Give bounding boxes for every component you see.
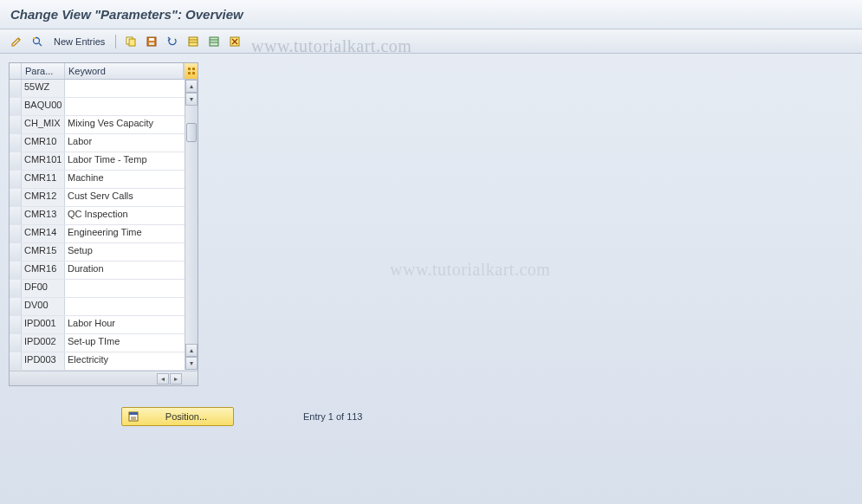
scroll-right-button[interactable]: ▸ <box>170 373 182 384</box>
entry-counter: Entry 1 of 113 <box>303 411 363 422</box>
table-row[interactable]: CMR14Engineering Time <box>10 225 198 243</box>
table-row[interactable]: CMR10Labor <box>10 134 198 152</box>
keyword-cell[interactable]: Electricity <box>65 352 198 370</box>
row-selector[interactable] <box>10 262 22 279</box>
keyword-cell[interactable]: Machine <box>65 171 198 188</box>
row-selector[interactable] <box>10 98 22 115</box>
table-row[interactable]: CMR16Duration <box>10 262 198 280</box>
keyword-cell[interactable] <box>65 80 198 97</box>
table-row[interactable]: IPD001Labor Hour <box>10 316 198 334</box>
copy-icon[interactable] <box>123 34 139 49</box>
table-row[interactable]: DF00 <box>10 280 198 298</box>
scroll-up-button-2[interactable]: ▾ <box>185 93 198 106</box>
param-cell[interactable]: CMR15 <box>22 243 65 261</box>
scroll-down-button-2[interactable]: ▴ <box>185 344 198 357</box>
vertical-scrollbar[interactable]: ▴ ▾ ▴ ▾ <box>185 80 198 370</box>
row-selector[interactable] <box>10 298 22 315</box>
param-cell[interactable]: CMR12 <box>22 189 65 206</box>
param-cell[interactable]: IPD003 <box>22 352 65 370</box>
param-cell[interactable]: DV00 <box>22 298 65 315</box>
param-cell[interactable]: BAQU00 <box>22 98 65 115</box>
header-param[interactable]: Para... <box>22 63 65 79</box>
table-body: 55WZBAQU00CH_MIXMixing Ves CapacityCMR10… <box>10 80 198 371</box>
keyword-cell[interactable]: Engineering Time <box>65 225 198 242</box>
table-row[interactable]: CMR13QC Inspection <box>10 207 198 225</box>
title-bar: Change View "Parameters": Overview <box>0 0 862 29</box>
horizontal-scrollbar[interactable]: ◂ ▸ <box>10 371 198 385</box>
new-entries-button[interactable]: New Entries <box>50 36 108 47</box>
keyword-cell[interactable] <box>65 280 198 297</box>
param-cell[interactable]: CMR14 <box>22 225 65 242</box>
row-selector[interactable] <box>10 80 22 97</box>
scroll-track[interactable] <box>185 106 198 344</box>
table-row[interactable]: CH_MIXMixing Ves Capacity <box>10 116 198 134</box>
svg-rect-19 <box>188 72 191 74</box>
table-row[interactable]: BAQU00 <box>10 98 198 116</box>
param-cell[interactable]: CH_MIX <box>22 116 65 133</box>
table-header: Para... Keyword <box>10 63 198 80</box>
row-selector[interactable] <box>10 243 22 261</box>
row-selector[interactable] <box>10 207 22 224</box>
delete-icon[interactable] <box>227 34 243 49</box>
table-row[interactable]: 55WZ <box>10 80 198 98</box>
scroll-thumb[interactable] <box>186 123 197 142</box>
keyword-cell[interactable]: Setup <box>65 243 198 261</box>
keyword-cell[interactable]: Labor <box>65 134 198 152</box>
table-row[interactable]: IPD002Set-up TIme <box>10 334 198 352</box>
change-icon[interactable] <box>9 34 24 49</box>
content-area: Para... Keyword 55WZBAQU00CH_MIXMixing V… <box>0 54 862 395</box>
param-cell[interactable]: CMR13 <box>22 207 65 224</box>
undo-icon[interactable] <box>165 34 180 49</box>
svg-rect-2 <box>33 37 36 39</box>
scroll-left-button[interactable]: ◂ <box>157 373 169 384</box>
table-row[interactable]: IPD003Electricity <box>10 352 198 371</box>
param-cell[interactable]: CMR10 <box>22 134 65 152</box>
row-selector[interactable] <box>10 134 22 152</box>
deselect-all-icon[interactable] <box>206 34 222 49</box>
row-selector[interactable] <box>10 189 22 206</box>
table-row[interactable]: CMR101Labor Time - Temp <box>10 152 198 171</box>
param-cell[interactable]: DF00 <box>22 280 65 297</box>
table-row[interactable]: CMR15Setup <box>10 243 198 262</box>
select-all-icon[interactable] <box>185 34 201 49</box>
row-selector[interactable] <box>10 152 22 170</box>
keyword-cell[interactable] <box>65 98 198 115</box>
row-selector[interactable] <box>10 225 22 242</box>
page-title: Change View "Parameters": Overview <box>10 7 243 22</box>
row-selector[interactable] <box>10 116 22 133</box>
keyword-cell[interactable] <box>65 298 198 315</box>
table-row[interactable]: CMR11Machine <box>10 171 198 189</box>
position-icon <box>127 410 139 423</box>
row-selector[interactable] <box>10 334 22 352</box>
row-selector[interactable] <box>10 280 22 297</box>
table-row[interactable]: CMR12Cust Serv Calls <box>10 189 198 207</box>
param-cell[interactable]: IPD002 <box>22 334 65 352</box>
keyword-cell[interactable]: Duration <box>65 262 198 279</box>
position-button[interactable]: Position... <box>121 407 234 426</box>
svg-rect-20 <box>192 72 195 74</box>
row-selector[interactable] <box>10 171 22 188</box>
scroll-up-button[interactable]: ▴ <box>185 80 198 93</box>
keyword-cell[interactable]: QC Inspection <box>65 207 198 224</box>
header-select-col[interactable] <box>10 63 22 79</box>
header-keyword[interactable]: Keyword <box>65 63 184 79</box>
keyword-cell[interactable]: Labor Time - Temp <box>65 152 198 170</box>
row-selector[interactable] <box>10 352 22 370</box>
keyword-cell[interactable]: Labor Hour <box>65 316 198 333</box>
search-detail-icon[interactable] <box>29 34 45 49</box>
table-row[interactable]: DV00 <box>10 298 198 316</box>
param-cell[interactable]: CMR16 <box>22 262 65 279</box>
keyword-cell[interactable]: Set-up TIme <box>65 334 198 352</box>
row-selector[interactable] <box>10 316 22 333</box>
param-cell[interactable]: CMR101 <box>22 152 65 170</box>
table-config-icon[interactable] <box>184 63 198 79</box>
param-cell[interactable]: CMR11 <box>22 171 65 188</box>
scroll-down-button[interactable]: ▾ <box>185 357 198 370</box>
param-cell[interactable]: 55WZ <box>22 80 65 97</box>
save-icon[interactable] <box>144 34 159 49</box>
toolbar-separator <box>115 35 116 48</box>
svg-rect-22 <box>129 412 138 415</box>
keyword-cell[interactable]: Mixing Ves Capacity <box>65 116 198 133</box>
keyword-cell[interactable]: Cust Serv Calls <box>65 189 198 206</box>
param-cell[interactable]: IPD001 <box>22 316 65 333</box>
